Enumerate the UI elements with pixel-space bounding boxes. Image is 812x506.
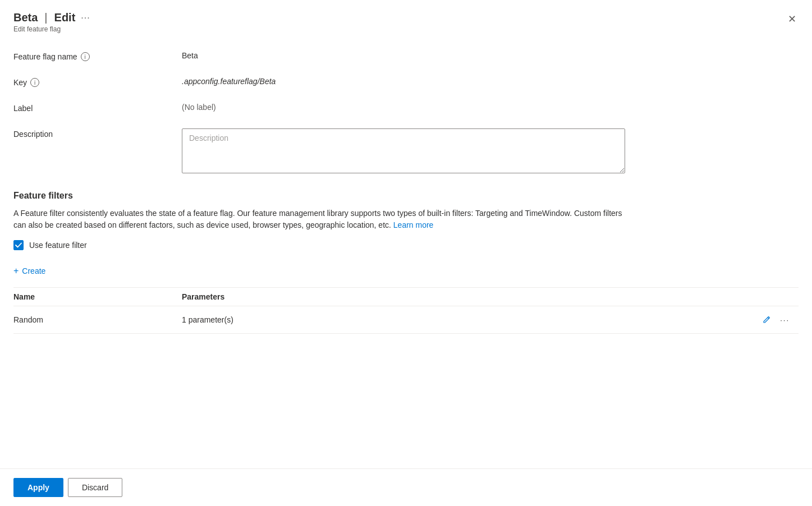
plus-icon: + [13, 266, 19, 276]
feature-filters-description: A Feature filter consistently evaluates … [13, 208, 631, 231]
more-filter-options-button[interactable]: ··· [778, 314, 792, 326]
filters-table-header: Name Parameters [13, 288, 799, 306]
feature-flag-name-label: Feature flag name i [13, 51, 182, 61]
label-label: Label [13, 103, 182, 113]
row-name: Random [13, 306, 182, 334]
col-name-header: Name [13, 288, 182, 306]
key-row: Key i .appconfig.featureflag/Beta [13, 77, 799, 87]
filters-table-body: Random 1 parameter(s) ··· [13, 306, 799, 334]
more-options-icon[interactable]: ··· [81, 13, 90, 23]
more-row-icon: ··· [780, 316, 790, 324]
key-info-icon[interactable]: i [30, 78, 39, 87]
feature-filters-title: Feature filters [13, 191, 799, 201]
col-parameters-header: Parameters [182, 288, 553, 306]
checkmark-icon [15, 242, 22, 249]
feature-flag-name-row: Feature flag name i Beta [13, 51, 799, 61]
edit-filter-button[interactable] [760, 313, 773, 326]
key-value: .appconfig.featureflag/Beta [182, 77, 799, 86]
title-row: Beta | Edit ··· [13, 11, 799, 24]
col-actions-header [553, 288, 799, 306]
description-field-container [182, 128, 799, 175]
use-feature-filter-checkbox[interactable] [13, 240, 24, 250]
use-feature-filter-row: Use feature filter [13, 240, 799, 250]
discard-button[interactable]: Discard [68, 478, 122, 497]
panel-title-action: Edit [54, 11, 76, 24]
panel-subtitle: Edit feature flag [13, 25, 799, 33]
filters-table-header-row: Name Parameters [13, 288, 799, 306]
apply-button[interactable]: Apply [13, 478, 63, 497]
close-button[interactable]: ✕ [783, 10, 801, 28]
panel-content: Feature flag name i Beta Key i .appconfi… [0, 40, 812, 468]
row-actions: ··· [553, 306, 799, 334]
close-icon: ✕ [788, 13, 796, 25]
table-row: Random 1 parameter(s) ··· [13, 306, 799, 334]
panel-header: Beta | Edit ··· Edit feature flag ✕ [0, 0, 812, 40]
row-parameters: 1 parameter(s) [182, 306, 553, 334]
edit-icon [762, 315, 771, 324]
description-textarea[interactable] [182, 128, 625, 173]
label-value: (No label) [182, 103, 799, 112]
feature-flag-name-info-icon[interactable]: i [81, 52, 90, 61]
filters-table: Name Parameters Random 1 parameter(s) [13, 287, 799, 334]
description-row: Description [13, 128, 799, 175]
label-row: Label (No label) [13, 103, 799, 113]
description-label: Description [13, 128, 182, 139]
feature-flag-name-value: Beta [182, 51, 799, 60]
learn-more-link[interactable]: Learn more [393, 220, 434, 229]
edit-panel: Beta | Edit ··· Edit feature flag ✕ Feat… [0, 0, 812, 506]
panel-title-name: Beta [13, 11, 38, 24]
use-feature-filter-label[interactable]: Use feature filter [29, 241, 87, 250]
create-button-label: Create [22, 266, 45, 275]
create-filter-button[interactable]: + Create [13, 264, 45, 278]
key-label: Key i [13, 77, 182, 87]
title-separator: | [44, 11, 47, 24]
panel-footer: Apply Discard [0, 468, 812, 506]
